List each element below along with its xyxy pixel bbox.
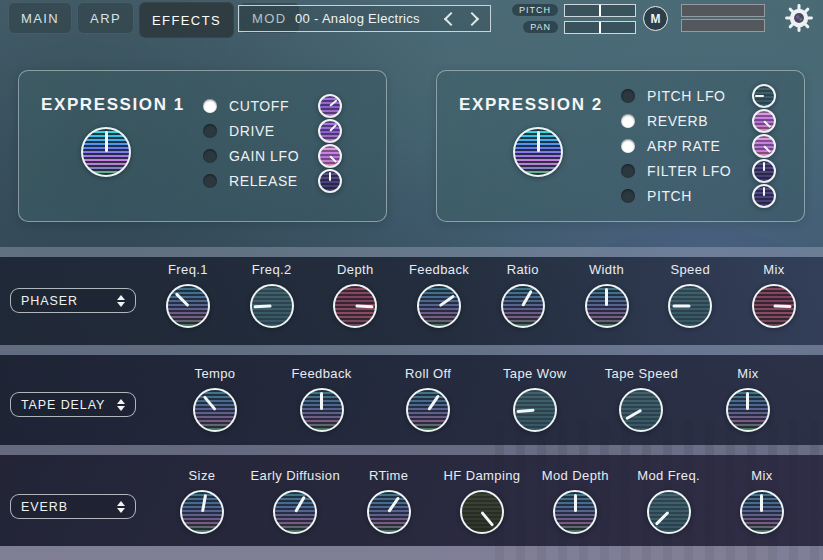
fx-param: Depth	[325, 262, 385, 328]
fx-knob[interactable]	[166, 284, 210, 328]
fx-param: Freq.2	[242, 262, 302, 328]
knob-label: Mix	[737, 366, 758, 383]
target-select-radio[interactable]	[621, 114, 635, 128]
mod-target-row: DRIVE	[203, 118, 342, 143]
expression-panel-2: EXPRESSION 2 PITCH LFO REVERB ARP RATE F…	[436, 70, 805, 222]
fx-knob[interactable]	[460, 490, 504, 534]
target-select-radio[interactable]	[203, 99, 217, 113]
target-select-radio[interactable]	[203, 149, 217, 163]
fx-type-select[interactable]: TAPE DELAY	[10, 392, 136, 417]
fx-knob[interactable]	[619, 388, 663, 432]
knob-label: Mod Depth	[542, 468, 609, 485]
fx-type-select[interactable]: EVERB	[10, 494, 136, 519]
expression-macro-knob[interactable]	[81, 127, 131, 177]
target-amount-knob[interactable]	[318, 144, 342, 168]
mute-button[interactable]: M	[643, 6, 668, 31]
fx-knob[interactable]	[513, 388, 557, 432]
mod-target-row: REVERB	[621, 108, 776, 133]
fx-row-everb: EVERB Size Early Diffusion RTime HF Damp…	[0, 455, 823, 546]
target-label: GAIN LFO	[229, 148, 318, 164]
tab-effects[interactable]: EFFECTS	[139, 2, 234, 38]
fx-knob[interactable]	[193, 388, 237, 432]
knob-strip: Tempo Feedback Roll Off Tape Wow Tape Sp…	[185, 366, 778, 432]
target-label: FILTER LFO	[647, 163, 752, 179]
fx-param: Tape Speed	[611, 366, 671, 432]
fx-row-phaser: PHASER Freq.1 Freq.2 Depth Feedback Rati…	[0, 257, 823, 345]
target-select-radio[interactable]	[621, 189, 635, 203]
mod-target-list: PITCH LFO REVERB ARP RATE FILTER LFO PIT	[621, 83, 776, 208]
fx-knob[interactable]	[726, 388, 770, 432]
target-select-radio[interactable]	[621, 139, 635, 153]
target-label: PITCH LFO	[647, 88, 752, 104]
fx-knob[interactable]	[417, 284, 461, 328]
chevron-right-icon[interactable]	[465, 11, 479, 25]
meter-bar	[681, 4, 765, 17]
fx-param: HF Damping	[452, 468, 512, 534]
fx-param: Feedback	[409, 262, 469, 328]
target-select-radio[interactable]	[203, 124, 217, 138]
target-select-radio[interactable]	[621, 89, 635, 103]
mod-target-row: FILTER LFO	[621, 158, 776, 183]
mod-target-row: PITCH	[621, 183, 776, 208]
fx-type-label: PHASER	[21, 294, 117, 308]
fx-param: Early Diffusion	[265, 468, 325, 534]
tab-arp[interactable]: ARP	[77, 2, 134, 34]
preset-selector[interactable]: 00 - Analog Electrics	[238, 5, 491, 32]
preset-arrows	[446, 14, 490, 24]
target-amount-knob[interactable]	[752, 184, 776, 208]
fx-knob[interactable]	[367, 490, 411, 534]
fx-knob[interactable]	[273, 490, 317, 534]
mod-target-row: RELEASE	[203, 168, 342, 193]
pitch-slider[interactable]	[564, 4, 636, 17]
fx-knob[interactable]	[668, 284, 712, 328]
fx-knob[interactable]	[740, 490, 784, 534]
fx-knob[interactable]	[752, 284, 796, 328]
fx-knob[interactable]	[300, 388, 344, 432]
target-label: DRIVE	[229, 123, 318, 139]
target-amount-knob[interactable]	[752, 84, 776, 108]
fx-knob[interactable]	[406, 388, 450, 432]
knob-label: RTime	[369, 468, 409, 485]
settings-button[interactable]	[784, 3, 814, 33]
fx-knob[interactable]	[553, 490, 597, 534]
target-select-radio[interactable]	[203, 174, 217, 188]
row-divider	[0, 546, 823, 560]
pan-slider[interactable]	[564, 21, 636, 34]
fx-param: Mod Depth	[545, 468, 605, 534]
up-down-arrows-icon	[117, 399, 125, 411]
target-amount-knob[interactable]	[752, 159, 776, 183]
fx-param: Tape Wow	[505, 366, 565, 432]
row-divider	[0, 445, 823, 455]
fx-knob[interactable]	[333, 284, 377, 328]
knob-label: Mix	[751, 468, 772, 485]
tab-main[interactable]: MAIN	[8, 2, 72, 34]
knob-strip: Size Early Diffusion RTime HF Damping Mo…	[172, 468, 792, 534]
target-amount-knob[interactable]	[318, 119, 342, 143]
knob-label: Tape Wow	[503, 366, 567, 383]
target-label: RELEASE	[229, 173, 318, 189]
fx-knob[interactable]	[501, 284, 545, 328]
knob-label: Feedback	[409, 262, 469, 279]
preset-name: 00 - Analog Electrics	[239, 11, 446, 26]
fx-knob[interactable]	[585, 284, 629, 328]
fx-knob[interactable]	[250, 284, 294, 328]
target-label: ARP RATE	[647, 138, 752, 154]
chevron-left-icon[interactable]	[444, 11, 458, 25]
fx-type-select[interactable]: PHASER	[10, 288, 136, 313]
target-label: REVERB	[647, 113, 752, 129]
target-select-radio[interactable]	[621, 164, 635, 178]
target-amount-knob[interactable]	[318, 94, 342, 118]
expression-macro-knob[interactable]	[513, 127, 563, 177]
meter-bar	[681, 19, 765, 32]
fx-knob[interactable]	[647, 490, 691, 534]
expression-title: EXPRESSION 1	[41, 95, 185, 115]
target-amount-knob[interactable]	[752, 134, 776, 158]
target-amount-knob[interactable]	[752, 109, 776, 133]
target-label: PITCH	[647, 188, 752, 204]
target-label: CUTOFF	[229, 98, 318, 114]
fx-param: Width	[577, 262, 637, 328]
knob-label: Mix	[763, 262, 784, 279]
target-amount-knob[interactable]	[318, 169, 342, 193]
fx-knob[interactable]	[180, 490, 224, 534]
knob-label: Depth	[337, 262, 374, 279]
